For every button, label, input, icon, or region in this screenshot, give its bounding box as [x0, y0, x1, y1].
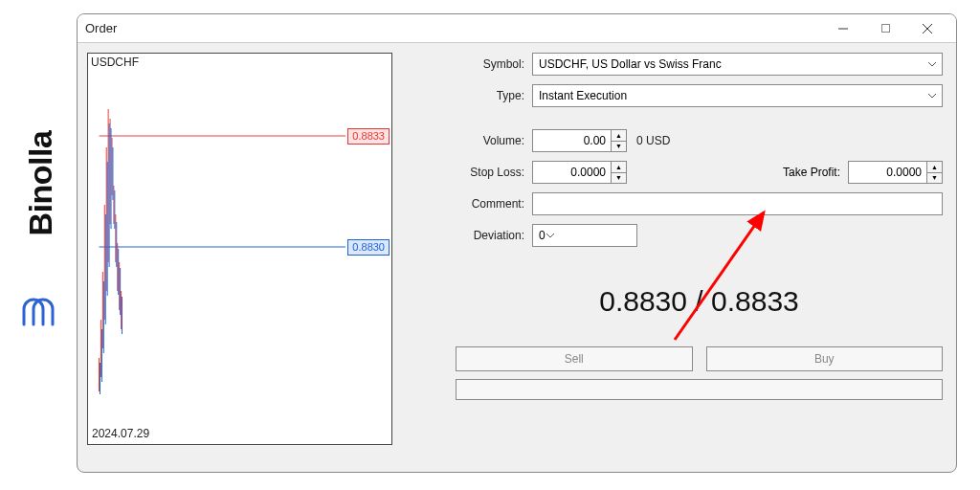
- order-form: Symbol: USDCHF, US Dollar vs Swiss Franc…: [398, 43, 956, 472]
- buy-button[interactable]: Buy: [706, 346, 944, 371]
- chart-panel: USDCHF 0.8833 0.8830 2024.07.29: [78, 43, 398, 472]
- volume-label: Volume:: [456, 134, 532, 147]
- window-content: USDCHF 0.8833 0.8830 2024.07.29 Symbol:: [78, 43, 956, 472]
- stop-loss-step-down[interactable]: ▼: [612, 173, 626, 184]
- order-window: Order USDCHF 0.883: [77, 13, 957, 473]
- svg-rect-1: [881, 25, 889, 33]
- ask-price-tag: 0.8833: [347, 128, 390, 145]
- price-chart: USDCHF 0.8833 0.8830 2024.07.29: [87, 53, 392, 445]
- volume-input[interactable]: [532, 129, 611, 152]
- status-bar: [456, 379, 943, 400]
- stop-loss-stepper[interactable]: ▲ ▼: [611, 161, 627, 184]
- stop-loss-input[interactable]: [532, 161, 611, 184]
- type-select-value: Instant Execution: [539, 89, 627, 102]
- take-profit-step-up[interactable]: ▲: [927, 162, 942, 173]
- type-select[interactable]: Instant Execution: [532, 84, 943, 107]
- chart-candles-icon: [88, 71, 391, 427]
- close-button[interactable]: [906, 14, 948, 43]
- symbol-label: Symbol:: [456, 57, 532, 71]
- maximize-button[interactable]: [864, 14, 906, 43]
- take-profit-label: Take Profit:: [762, 166, 848, 179]
- deviation-select[interactable]: 0: [532, 224, 637, 247]
- chart-date-label: 2024.07.29: [92, 427, 149, 440]
- take-profit-step-down[interactable]: ▼: [927, 173, 942, 184]
- stop-loss-label: Stop Loss:: [456, 166, 532, 179]
- symbol-select[interactable]: USDCHF, US Dollar vs Swiss Franc: [532, 53, 943, 76]
- volume-step-down[interactable]: ▼: [612, 142, 626, 152]
- chevron-down-icon: [546, 233, 555, 238]
- deviation-label: Deviation:: [456, 229, 532, 242]
- take-profit-input[interactable]: [848, 161, 926, 184]
- bid-ask-quote: 0.8830 / 0.8833: [456, 285, 943, 318]
- volume-step-up[interactable]: ▲: [612, 130, 626, 142]
- sell-button[interactable]: Sell: [456, 346, 693, 371]
- chevron-down-icon: [927, 93, 937, 99]
- symbol-select-value: USDCHF, US Dollar vs Swiss Franc: [539, 57, 722, 71]
- deviation-value: 0: [539, 229, 546, 242]
- volume-usd-label: 0 USD: [636, 134, 670, 147]
- stop-loss-step-up[interactable]: ▲: [612, 162, 626, 173]
- window-title: Order: [85, 21, 822, 35]
- volume-stepper[interactable]: ▲ ▼: [611, 129, 627, 152]
- type-label: Type:: [456, 89, 532, 102]
- comment-label: Comment:: [456, 197, 532, 211]
- minimize-button[interactable]: [822, 14, 864, 43]
- brand-name: Binolla: [23, 130, 60, 235]
- brand-logo-icon: [22, 298, 60, 326]
- titlebar: Order: [78, 14, 956, 43]
- bid-price-tag: 0.8830: [347, 239, 390, 256]
- chevron-down-icon: [927, 61, 937, 67]
- brand-sidebar: Binolla: [8, 0, 75, 490]
- comment-input[interactable]: [532, 192, 943, 215]
- chart-symbol-label: USDCHF: [91, 56, 139, 69]
- take-profit-stepper[interactable]: ▲ ▼: [926, 161, 943, 184]
